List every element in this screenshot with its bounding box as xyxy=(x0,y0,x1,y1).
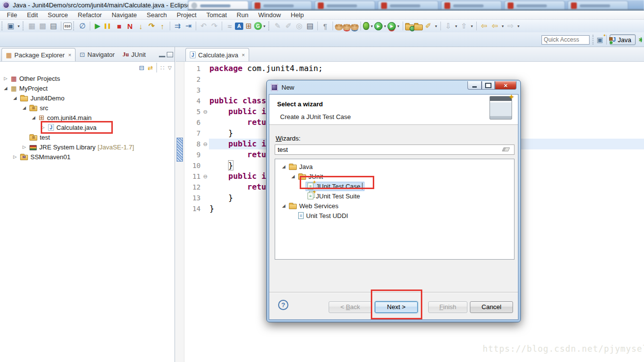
next-annotation-dropdown[interactable]: ▾ xyxy=(454,21,459,31)
menu-navigate[interactable]: Navigate xyxy=(107,11,142,19)
menu-window[interactable]: Window xyxy=(253,11,285,19)
tree-item-jre-system-library[interactable]: ▷JRE System Library[JavaSE-1.7] xyxy=(0,142,175,152)
dialog-minimize-button[interactable] xyxy=(467,81,482,90)
new-class-icon[interactable]: G xyxy=(254,22,262,30)
menu-edit[interactable]: Edit xyxy=(22,11,43,19)
tree-item-src[interactable]: ◢⊞src xyxy=(0,103,175,113)
wizard-filter-input[interactable] xyxy=(275,145,515,155)
debug-dropdown[interactable]: ▾ xyxy=(369,21,374,31)
expand-arrow-icon[interactable]: ◢ xyxy=(289,174,297,179)
save-icon[interactable]: ▦ xyxy=(26,21,37,31)
terminate-icon[interactable]: ■ xyxy=(114,21,125,31)
back-history-dropdown[interactable]: ▾ xyxy=(500,21,505,31)
collapse-all-icon[interactable]: ⊟ xyxy=(139,64,144,72)
suspend-icon[interactable]: ▌▌ xyxy=(103,21,114,31)
expand-arrow-icon[interactable]: ◢ xyxy=(280,203,287,208)
menu-help[interactable]: Help xyxy=(286,11,309,19)
close-editor-icon[interactable]: × xyxy=(242,52,245,58)
forward-history-dropdown[interactable]: ▾ xyxy=(516,21,521,31)
fold-collapse-icon[interactable]: ⊖ xyxy=(203,141,209,147)
focus-on-active-task-icon[interactable]: ∷ xyxy=(160,64,164,72)
cancel-button[interactable]: Cancel xyxy=(470,301,513,313)
expand-arrow-icon[interactable]: ▷ xyxy=(11,154,19,159)
tomcat-restart-icon[interactable] xyxy=(351,24,359,30)
new-wizard-icon[interactable]: ▣ xyxy=(5,21,16,31)
menu-project[interactable]: Project xyxy=(172,11,201,19)
dialog-close-button[interactable]: × xyxy=(495,81,516,90)
open-perspective-icon[interactable]: ▣ xyxy=(597,36,603,44)
expand-arrow-icon[interactable]: ◢ xyxy=(21,105,28,110)
new-wizard-dropdown[interactable]: ▾ xyxy=(16,21,21,31)
properties-view-icon[interactable]: ▤ xyxy=(305,21,315,31)
highlighter-icon[interactable]: ✐ xyxy=(423,21,434,31)
highlighter-dropdown[interactable]: ▾ xyxy=(434,21,438,31)
open-resource-folder-icon[interactable] xyxy=(414,24,423,30)
next-annotation-icon[interactable]: ⇩ xyxy=(443,21,454,31)
dialog-restore-button[interactable] xyxy=(482,81,495,90)
expand-arrow-icon[interactable]: ◢ xyxy=(2,86,9,91)
tree-item-myproject[interactable]: ◢▦MyProject xyxy=(0,83,175,93)
open-task-folder-icon[interactable] xyxy=(405,24,414,30)
skip-breakpoints-icon[interactable]: ∅ xyxy=(77,21,88,31)
step-return-icon[interactable]: ↑ xyxy=(157,21,168,31)
tab-navigator[interactable]: ⊡ Navigator xyxy=(76,48,119,61)
tab-junit[interactable]: Ju JUnit xyxy=(119,48,150,61)
expand-arrow-icon[interactable]: ◢ xyxy=(30,115,37,120)
expand-arrow-icon[interactable]: ◢ xyxy=(11,96,19,100)
prev-annotation-icon[interactable]: ⇧ xyxy=(459,21,469,31)
finish-button[interactable]: Finish xyxy=(428,301,467,313)
run-dropdown[interactable]: ▾ xyxy=(383,21,387,31)
tree-item-java[interactable]: ◢Java xyxy=(275,162,514,171)
new-annotation-icon[interactable]: ✎ xyxy=(272,21,283,31)
undo-gray-icon[interactable]: ↶ xyxy=(198,21,209,31)
format-brush-icon[interactable]: ✐ xyxy=(283,21,294,31)
new-package-icon[interactable]: ⊞ xyxy=(243,21,254,31)
background-window-tab[interactable] xyxy=(378,0,438,10)
background-window-tab[interactable] xyxy=(251,0,312,10)
maximize-view-button[interactable] xyxy=(167,52,173,57)
background-window-tab[interactable] xyxy=(441,0,502,10)
binary-file-icon[interactable]: 010 xyxy=(63,23,72,30)
tree-item-junit-test-suite[interactable]: ≡JUnit Test Suite xyxy=(275,191,514,201)
show-execution-icon[interactable]: ⇉ xyxy=(172,21,183,31)
tree-item-junit4demo[interactable]: ◢Junit4Demo xyxy=(0,93,175,103)
menu-search[interactable]: Search xyxy=(142,11,172,19)
step-over-icon[interactable]: ↷ xyxy=(146,21,157,31)
expand-arrow-icon[interactable]: ▷ xyxy=(2,76,9,81)
step-into-icon[interactable]: ↓ xyxy=(135,21,146,31)
team-icon[interactable]: ◎ xyxy=(294,21,305,31)
java-perspective-button[interactable]: J Java xyxy=(610,34,636,45)
coverage-icon[interactable]: ▶ xyxy=(387,22,396,30)
print-icon[interactable]: ▤ xyxy=(48,21,59,31)
menu-tomcat[interactable]: Tomcat xyxy=(202,11,232,19)
fold-collapse-icon[interactable]: ⊖ xyxy=(203,109,209,115)
background-window-tab[interactable] xyxy=(314,0,375,10)
dialog-titlebar[interactable]: New × xyxy=(269,82,518,94)
last-edit-location-icon[interactable]: ⇦ xyxy=(479,21,489,31)
menu-run[interactable]: Run xyxy=(232,11,254,19)
background-window-tab[interactable] xyxy=(567,0,628,10)
minimize-view-button[interactable] xyxy=(159,53,165,57)
link-with-editor-icon[interactable]: ⇄ xyxy=(148,64,153,72)
close-view-icon[interactable]: × xyxy=(68,52,71,58)
resume-icon[interactable]: ▶ xyxy=(92,21,103,31)
debug-icon[interactable] xyxy=(363,22,369,30)
show-whitespace-icon[interactable]: ¶ xyxy=(320,21,331,31)
menu-refactor[interactable]: Refactor xyxy=(73,11,107,19)
menu-source[interactable]: Source xyxy=(43,11,73,19)
tomcat-start-icon[interactable] xyxy=(335,24,343,30)
expand-arrow-icon[interactable]: ◢ xyxy=(280,164,287,169)
coverage-dropdown[interactable]: ▾ xyxy=(396,21,401,31)
background-browser-tabs[interactable] xyxy=(188,0,644,10)
background-window-tab[interactable] xyxy=(504,0,565,10)
tree-item-unit-test-uddi[interactable]: ≡Unit Test UDDI xyxy=(275,211,514,220)
back-button[interactable]: < Back xyxy=(329,301,372,313)
help-button[interactable]: ? xyxy=(278,300,288,310)
expand-arrow-icon[interactable]: ▷ xyxy=(21,145,28,149)
tab-calculate-java[interactable]: J Calculate.java × xyxy=(185,48,249,61)
open-type-icon[interactable]: A xyxy=(235,23,243,30)
view-menu-icon[interactable]: ▽ xyxy=(168,65,172,71)
run-icon[interactable]: ▶ xyxy=(374,22,383,30)
menu-file[interactable]: File xyxy=(2,11,22,19)
quick-access-input[interactable] xyxy=(541,35,590,45)
